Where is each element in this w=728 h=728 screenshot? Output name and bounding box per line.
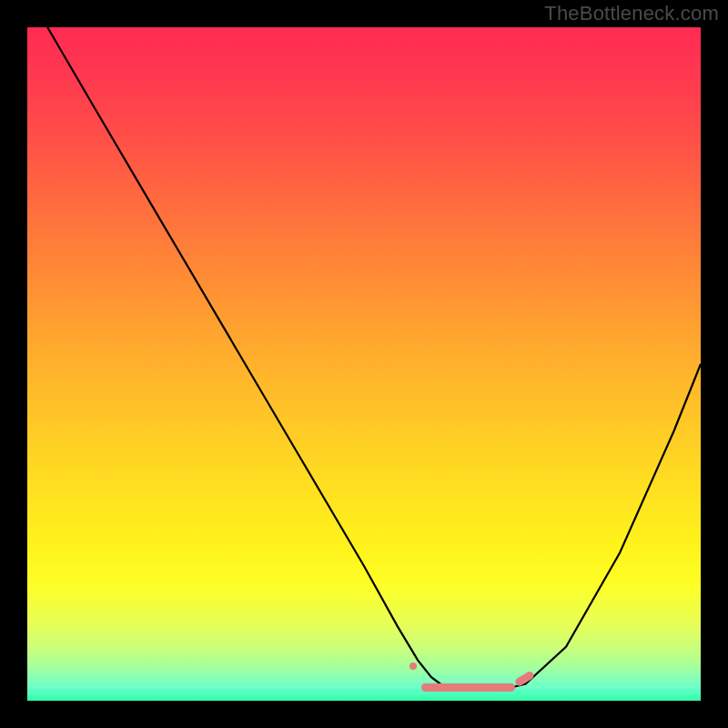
curve-line [47, 27, 701, 687]
plot-area [27, 27, 701, 701]
bottleneck-curve [27, 27, 701, 701]
optimal-range-bar [421, 683, 516, 692]
optimal-point-marker [410, 662, 417, 670]
watermark-text: TheBottleneck.com [544, 2, 719, 25]
